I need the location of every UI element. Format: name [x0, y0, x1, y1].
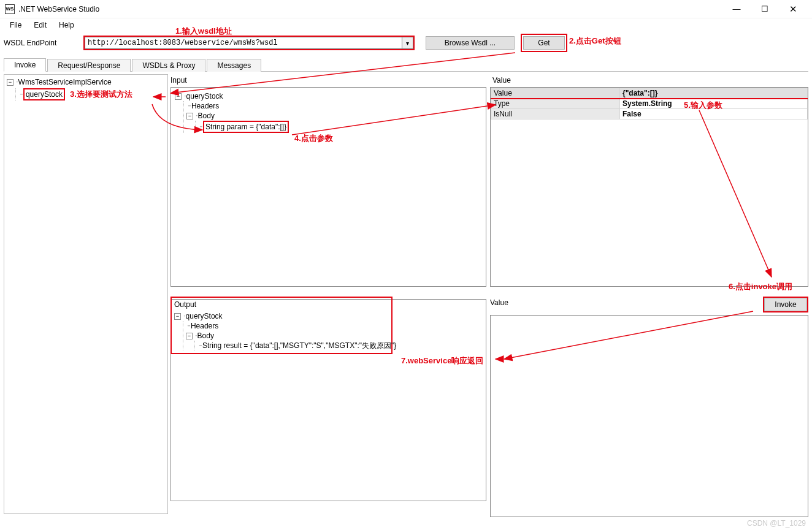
- value-panel: Value {"data":[]} Type System.String IsN…: [490, 87, 808, 287]
- input-tree-root[interactable]: − ·· queryStock: [175, 91, 482, 101]
- tree-connector-icon: ·····: [199, 341, 201, 350]
- method-querystock[interactable]: queryStock: [23, 88, 65, 100]
- collapse-icon[interactable]: −: [186, 333, 193, 339]
- prop-name: Value: [491, 88, 620, 99]
- output-root-name: queryStock: [186, 311, 223, 321]
- input-param[interactable]: String param = {"data":[]}: [203, 121, 289, 133]
- output-result[interactable]: String result = {"data":[],"MSGTY":"S","…: [202, 341, 396, 350]
- tree-connector-icon: ·····: [199, 122, 202, 132]
- output-headers[interactable]: Headers: [191, 321, 218, 331]
- menu-help[interactable]: Help: [53, 20, 80, 31]
- endpoint-label: WSDL EndPoint: [4, 39, 83, 47]
- menu-edit[interactable]: Edit: [28, 20, 53, 31]
- input-panel: − ·· queryStock ····· Headers − ··: [170, 87, 486, 287]
- collapse-icon[interactable]: −: [174, 313, 181, 320]
- app-icon: WS: [5, 4, 15, 14]
- tab-wsdls-proxy[interactable]: WSDLs & Proxy: [132, 59, 205, 72]
- close-button[interactable]: ✕: [779, 0, 807, 18]
- prop-name: Type: [491, 99, 620, 109]
- tree-connector-icon: ·····: [20, 89, 22, 99]
- dropdown-icon[interactable]: ▾: [402, 37, 413, 49]
- input-root-name: queryStock: [186, 91, 223, 101]
- invoke-button[interactable]: Invoke: [764, 298, 807, 311]
- prop-row-type[interactable]: Type System.String: [491, 99, 808, 109]
- service-tree-root[interactable]: − ·· WmsTestServiceImplService: [7, 77, 165, 87]
- menubar: File Edit Help: [0, 18, 812, 32]
- tab-invoke[interactable]: Invoke: [4, 58, 46, 72]
- output-body[interactable]: Body: [197, 331, 214, 341]
- service-name: WmsTestServiceImplService: [18, 77, 112, 87]
- output-box: Output − ·· queryStock ····· Headers: [170, 297, 393, 354]
- tree-connector-icon: ·····: [188, 101, 190, 111]
- collapse-icon[interactable]: −: [7, 79, 13, 86]
- main-area: − ·· WmsTestServiceImplService ····· que…: [4, 74, 808, 514]
- watermark: CSDN @LT_1029: [747, 519, 806, 528]
- wsdl-url-input[interactable]: [85, 37, 402, 49]
- wsdl-url-combo[interactable]: ▾: [83, 36, 415, 50]
- titlebar: WS .NET WebService Studio — ☐ ✕: [0, 0, 812, 18]
- maximize-button[interactable]: ☐: [751, 0, 779, 18]
- menu-file[interactable]: File: [4, 20, 28, 31]
- prop-row-isnull[interactable]: IsNull False: [491, 109, 808, 119]
- get-button[interactable]: Get: [523, 36, 565, 50]
- input-body[interactable]: Body: [198, 111, 215, 121]
- prop-value[interactable]: {"data":[]}: [620, 88, 808, 99]
- minimize-button[interactable]: —: [722, 0, 751, 18]
- tab-request-response[interactable]: Request/Response: [47, 59, 131, 72]
- output-label: Output: [174, 300, 389, 311]
- window-title: .NET WebService Studio: [18, 5, 722, 13]
- collapse-icon[interactable]: −: [186, 113, 193, 119]
- output-tree-root[interactable]: − ·· queryStock: [174, 311, 389, 321]
- prop-name: IsNull: [491, 109, 620, 119]
- prop-value: False: [620, 109, 808, 119]
- value2-label: Value: [490, 297, 763, 312]
- tab-row: Invoke Request/Response WSDLs & Proxy Me…: [4, 58, 808, 72]
- service-tree-panel: − ·· WmsTestServiceImplService ····· que…: [4, 74, 168, 514]
- tree-connector-icon: ·····: [187, 321, 190, 331]
- endpoint-row: WSDL EndPoint ▾ Browse Wsdl ... Get 2.点击…: [0, 32, 812, 58]
- annotation-2: 2.点击Get按钮: [569, 36, 621, 47]
- input-headers[interactable]: Headers: [191, 101, 219, 111]
- input-label: Input: [168, 74, 486, 87]
- value2-panel: [490, 315, 808, 517]
- prop-row-value[interactable]: Value {"data":[]}: [491, 88, 808, 99]
- annotation-3: 3.选择要测试方法: [70, 89, 132, 99]
- prop-value: System.String: [620, 99, 808, 109]
- value-label: Value: [490, 74, 808, 87]
- tab-messages[interactable]: Messages: [207, 59, 261, 72]
- collapse-icon[interactable]: −: [175, 93, 182, 100]
- browse-wsdl-button[interactable]: Browse Wsdl ...: [426, 36, 515, 50]
